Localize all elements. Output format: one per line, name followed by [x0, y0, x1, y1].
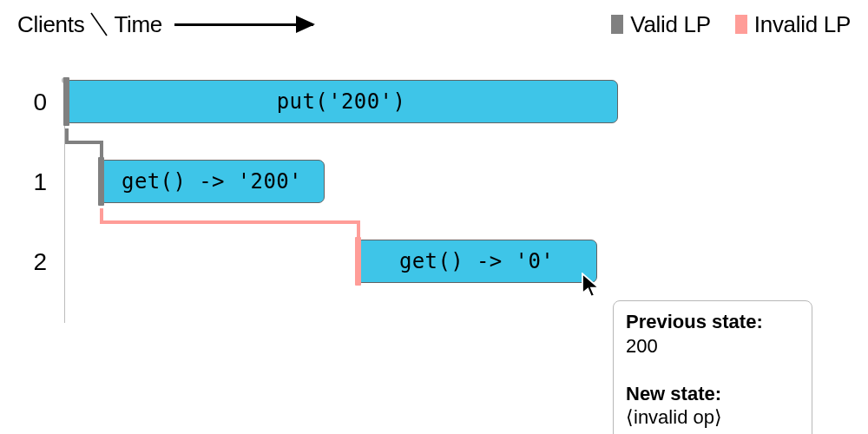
lp-marker-client2[interactable]: [355, 237, 361, 286]
legend-invalid-label: Invalid LP: [754, 11, 851, 38]
time-arrow-icon: [174, 23, 313, 26]
client-label-1: 1: [17, 168, 47, 196]
lp-marker-client1[interactable]: [98, 157, 104, 206]
lp-marker-client0[interactable]: [63, 77, 69, 126]
op-label: get() -> '200': [122, 169, 302, 194]
tooltip-prev-label: Previous state:: [626, 311, 763, 332]
legend-valid: Valid LP: [611, 11, 711, 38]
tooltip-prev-value: 200: [626, 335, 658, 357]
cursor-icon: [580, 273, 602, 299]
history-timeline: 0 1 2 put('200') get() -> '200' get() ->…: [64, 80, 845, 410]
op-client1-get[interactable]: get() -> '200': [99, 160, 325, 203]
axis-separator-icon: [88, 11, 110, 37]
op-label: get() -> '0': [399, 249, 554, 273]
svg-line-0: [91, 13, 107, 36]
tooltip-new-label: New state:: [626, 383, 721, 404]
legend-valid-label: Valid LP: [630, 11, 711, 38]
invalid-lp-swatch-icon: [735, 15, 747, 34]
legend-invalid: Invalid LP: [735, 11, 851, 38]
op-label: put('200'): [277, 89, 406, 114]
op-client0-put[interactable]: put('200'): [64, 80, 618, 123]
valid-lp-swatch-icon: [611, 15, 623, 34]
op-client2-get[interactable]: get() -> '0': [356, 240, 597, 283]
client-label-2: 2: [17, 248, 47, 276]
state-tooltip: Previous state: 200 New state: ⟨invalid …: [613, 300, 812, 434]
client-label-0: 0: [17, 89, 47, 116]
tooltip-new-value: ⟨invalid op⟩: [626, 406, 722, 428]
time-axis-label: Time: [114, 11, 162, 38]
clients-axis-label: Clients: [17, 11, 84, 38]
